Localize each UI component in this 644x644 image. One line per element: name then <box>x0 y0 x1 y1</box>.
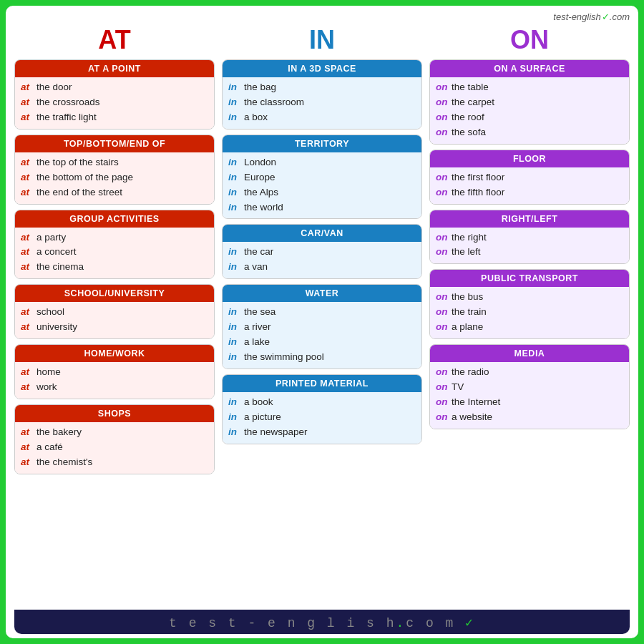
prep-row: on the first floor <box>436 170 623 185</box>
prep-text: a concert <box>36 245 77 260</box>
prep-text: a book <box>244 395 273 410</box>
prep-text: home <box>36 365 61 380</box>
section-body: at schoolat university <box>15 302 214 338</box>
site-name: test-english <box>553 11 600 22</box>
prep-row: at the door <box>21 80 208 95</box>
prep-row: in a picture <box>228 410 416 425</box>
section-on-a-surface: ON A SURFACEon the tableon the carpeton … <box>429 59 630 145</box>
section-title: FLOOR <box>430 150 629 167</box>
prep-row: on the bus <box>436 290 623 305</box>
prep-row: at the traffic light <box>21 110 208 125</box>
prep-word: at <box>21 455 36 470</box>
prep-word: on <box>436 80 452 95</box>
col-header-on: ON <box>429 25 630 55</box>
prep-text: a van <box>244 260 268 275</box>
column-on: ONON A SURFACEon the tableon the carpeto… <box>429 25 630 607</box>
prep-row: in London <box>228 155 416 170</box>
prep-row: in the sea <box>228 305 416 320</box>
prep-row: in a lake <box>228 335 416 350</box>
prep-word: on <box>436 395 452 410</box>
prep-text: the door <box>36 80 72 95</box>
prep-word: at <box>21 440 36 455</box>
section-home-work: HOME/WORKat homeat work <box>14 344 215 399</box>
prep-row: at university <box>21 320 208 335</box>
section-public-transport: PUBLIC TRANSPORTon the buson the trainon… <box>429 269 630 339</box>
section-title: WATER <box>223 285 421 302</box>
prep-text: a café <box>36 440 63 455</box>
prep-word: in <box>228 110 244 125</box>
prep-text: the bottom of the page <box>36 170 133 185</box>
section-title: GROUP ACTIVITIES <box>15 210 214 228</box>
prep-row: in a box <box>228 110 416 125</box>
prep-word: in <box>228 170 244 185</box>
prep-word: on <box>436 380 452 395</box>
prep-text: the fifth floor <box>452 185 504 200</box>
section-floor: FLOORon the first flooron the fifth floo… <box>429 150 630 205</box>
prep-row: on the right <box>436 230 623 245</box>
prep-text: university <box>36 320 77 335</box>
prep-word: on <box>436 320 452 335</box>
prep-word: on <box>436 290 452 305</box>
prep-text: work <box>36 380 57 395</box>
section-title: SHOPS <box>15 405 214 422</box>
prep-word: at <box>21 245 36 260</box>
prep-text: a plane <box>452 320 483 335</box>
prep-word: on <box>436 110 452 125</box>
prep-text: a picture <box>244 410 281 425</box>
prep-text: a lake <box>244 335 270 350</box>
prep-row: at the bakery <box>21 425 208 440</box>
section-school-university: SCHOOL/UNIVERSITYat schoolat university <box>14 284 215 339</box>
prep-word: in <box>228 95 244 110</box>
prep-word: in <box>228 155 244 170</box>
prep-word: on <box>436 185 452 200</box>
prep-word: at <box>21 305 36 320</box>
section-title: IN A 3D SPACE <box>223 60 421 77</box>
prep-word: in <box>228 200 244 215</box>
section-body: at homeat work <box>15 362 214 399</box>
prep-word: at <box>21 380 36 395</box>
prep-text: the first floor <box>452 170 504 185</box>
footer-text: t e s t - e n g l i s h.c o m ✓ <box>169 616 475 630</box>
prep-row: at school <box>21 305 208 320</box>
prep-text: the Alps <box>244 185 278 200</box>
section-title: SCHOOL/UNIVERSITY <box>15 285 214 302</box>
prep-text: the sofa <box>452 125 486 140</box>
section-body: on the first flooron the fifth floor <box>430 167 629 204</box>
prep-row: on the table <box>436 80 623 95</box>
prep-text: the top of the stairs <box>36 155 119 170</box>
section-printed-material: PRINTED MATERIALin a bookin a picturein … <box>222 374 422 444</box>
prep-row: on the sofa <box>436 125 623 140</box>
prep-row: in a river <box>228 320 416 335</box>
prep-word: on <box>436 305 452 320</box>
prep-word: on <box>436 365 452 380</box>
section-title: ON A SURFACE <box>430 60 629 77</box>
prep-row: on the radio <box>436 365 623 380</box>
prep-word: on <box>436 245 452 260</box>
prep-word: in <box>228 410 244 425</box>
section-group-activities: GROUP ACTIVITIESat a partyat a concertat… <box>14 210 215 280</box>
section-title: TOP/BOTTOM/END OF <box>15 135 214 152</box>
prep-text: a river <box>244 320 271 335</box>
prep-word: on <box>436 170 452 185</box>
prep-row: in Europe <box>228 170 416 185</box>
prep-word: in <box>228 80 244 95</box>
section-body: on the tableon the carpeton the roofon t… <box>430 77 629 144</box>
section-body: at a partyat a concertat the cinema <box>15 228 214 279</box>
prep-row: at a concert <box>21 245 208 260</box>
prep-text: the left <box>452 245 481 260</box>
section-car-van: CAR/VANin the carin a van <box>222 224 422 279</box>
prep-text: a website <box>452 410 492 425</box>
prep-text: the cinema <box>36 260 84 275</box>
prep-row: in a van <box>228 260 416 275</box>
prep-word: at <box>21 185 36 200</box>
prep-text: the newspaper <box>244 425 308 440</box>
prep-text: the end of the street <box>36 185 122 200</box>
prep-row: on the roof <box>436 110 623 125</box>
section-body: in Londonin Europein the Alpsin the worl… <box>223 152 421 219</box>
prep-word: at <box>21 95 36 110</box>
prep-word: in <box>228 335 244 350</box>
prep-text: a party <box>36 230 66 245</box>
prep-word: at <box>21 80 36 95</box>
prep-row: in a book <box>228 395 416 410</box>
prep-text: school <box>36 305 64 320</box>
